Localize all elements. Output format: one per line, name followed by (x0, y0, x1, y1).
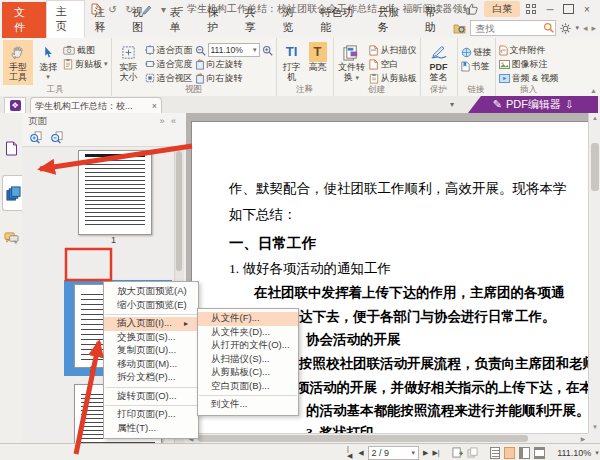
tab-list-dropdown-icon[interactable]: ▾ (450, 100, 454, 109)
single-page-layout-icon[interactable] (490, 447, 501, 459)
zoom-out-icon[interactable] (195, 45, 206, 56)
blank-page-button[interactable]: 空白 (369, 57, 417, 71)
tab-comment[interactable]: 注释 (85, 2, 123, 38)
submenu-item-from-open-file[interactable]: 从打开的文件(O)... (198, 339, 298, 353)
minimize-button[interactable]: ─ (543, 4, 557, 15)
tab-cloud[interactable]: 云服务 (368, 2, 415, 38)
start-page-tab[interactable]: ❖ (4, 97, 26, 114)
fit-page-button[interactable]: 适合页面 (145, 43, 193, 57)
menu-item-print-pages[interactable]: 打印页面(P)... (104, 408, 198, 422)
tab-home[interactable]: 主页 (46, 0, 86, 38)
menu-item-zoom-out-preview[interactable]: 缩小页面预览(E) (104, 299, 198, 313)
scroll-down-icon[interactable]: ▼ (589, 422, 600, 433)
actual-size-button[interactable]: 实际大小 (115, 40, 143, 85)
comments-panel-button[interactable] (2, 225, 21, 251)
ribbon-collapse-icon[interactable]: ▲ (590, 87, 597, 94)
thumbnail-zoom-out-icon[interactable] (50, 131, 63, 144)
fit-visible-icon (145, 73, 155, 83)
clipboard-dropdown-icon: ▾ (104, 60, 108, 68)
replace-page-status-icon[interactable] (467, 447, 478, 458)
gear-dropdown-icon[interactable]: ▾ (575, 24, 579, 32)
horizontal-scroll-thumb[interactable] (198, 435, 528, 442)
tab-protect[interactable]: 保护 (198, 2, 236, 38)
find-prev-icon[interactable]: ◂ (583, 23, 588, 33)
hand-tool-button[interactable]: 手型工具 (3, 40, 33, 85)
continuous-layout-icon[interactable] (504, 447, 515, 459)
first-page-button[interactable]: |◀ (347, 445, 354, 460)
select-tool-button[interactable]: 选择 ▾ (35, 40, 61, 85)
menu-item-copy-pages[interactable]: 复制页面(U)... (104, 344, 198, 358)
search-icon[interactable] (543, 22, 554, 33)
menu-item-swap-pages[interactable]: 交换页面(S)... (104, 331, 198, 345)
page-thumbnail-1[interactable] (78, 150, 152, 235)
account-button[interactable]: 白菜 (484, 1, 520, 17)
menu-item-rotate-pages[interactable]: 旋转页面(O)... (104, 390, 198, 404)
vertical-scroll-thumb[interactable] (591, 143, 599, 191)
pdf-editor-button[interactable]: ✎ PDF编辑器 ⇩ (468, 96, 598, 113)
submenu-item-blank-page[interactable]: 空白页面(B)... (198, 380, 298, 394)
split-layout-icon[interactable] (534, 447, 545, 459)
tab-form[interactable]: 表单 (161, 2, 199, 38)
pdf-sign-button[interactable]: PDF 签名 (424, 40, 454, 85)
typewriter-button[interactable]: TI 打字机 (280, 40, 304, 85)
like-icon[interactable] (466, 3, 478, 15)
scroll-up-icon[interactable]: ▲ (589, 113, 600, 124)
from-clipboard-button[interactable]: 从剪贴板 (369, 71, 417, 85)
tab-features[interactable]: 特色功能 (311, 2, 368, 38)
search-folder-icon[interactable] (453, 23, 466, 34)
tab-close-icon[interactable]: × (152, 101, 157, 111)
rotate-left-button[interactable]: 向左旋转 (195, 57, 273, 71)
menu-item-properties[interactable]: 属性(T)... (104, 422, 198, 436)
submenu-item-from-folder[interactable]: 从文件夹(D)... (198, 326, 298, 340)
submenu-item-from-clipboard[interactable]: 从剪贴板(C)... (198, 366, 298, 380)
highlight-button[interactable]: T 高亮 (306, 40, 330, 85)
menu-item-zoom-in-preview[interactable]: 放大页面预览(A) (104, 285, 198, 299)
zoom-in-icon[interactable] (262, 45, 273, 56)
snapshot-button[interactable]: 截图 (63, 43, 108, 57)
fit-visible-button[interactable]: 适合视区 (145, 71, 193, 85)
submenu-item-to-file[interactable]: 到文件... (198, 398, 298, 412)
page-number-1: 1 (111, 235, 116, 245)
find-next-icon[interactable]: ▸ (592, 23, 597, 33)
insert-page-status-icon[interactable] (452, 447, 463, 458)
menu-item-insert-pages[interactable]: 插入页面(I)... ▸ (104, 317, 198, 331)
previous-page-button[interactable]: ◀ (358, 449, 363, 457)
tab-browse[interactable]: 浏览 (273, 2, 311, 38)
thumbnail-zoom-in-icon[interactable] (29, 131, 42, 144)
last-page-button[interactable]: ▶| (432, 449, 439, 457)
link-button[interactable]: 链接 (461, 45, 492, 59)
file-convert-button[interactable]: 文件转换 ▾ (337, 40, 367, 85)
tab-share[interactable]: 共享 (236, 2, 274, 38)
next-page-button[interactable]: ▶ (423, 449, 428, 457)
find-input[interactable] (473, 21, 543, 35)
menu-item-move-pages[interactable]: 移动页面(M)... (104, 358, 198, 372)
submenu-item-from-scanner[interactable]: 从扫描仪(S)... (198, 353, 298, 367)
bookmark-button[interactable]: 书签 (461, 59, 492, 73)
file-attachment-button[interactable]: 文件附件 (499, 43, 559, 57)
page-number-box[interactable]: 2 / 9▾ (368, 446, 420, 460)
pages-panel-button[interactable] (2, 175, 23, 211)
audio-video-icon (499, 74, 510, 83)
tab-view[interactable]: 视图 (123, 2, 161, 38)
facing-layout-icon[interactable] (519, 447, 530, 459)
panel-dock-icons[interactable]: » « (159, 116, 186, 126)
restore-button[interactable] (563, 0, 574, 18)
tab-file[interactable]: 文件 (2, 2, 46, 38)
menu-item-split-document[interactable]: 拆分文档(P)... (104, 371, 198, 385)
close-button[interactable]: × (580, 4, 594, 15)
document-tab-active[interactable]: 学生机构工作总结：校... × (30, 97, 162, 114)
zoom-dropdown-icon[interactable]: ▾ (595, 449, 599, 457)
vertical-scrollbar[interactable]: ▲ ▼ (588, 113, 600, 433)
image-annotation-button[interactable]: 图像标注 (499, 57, 559, 71)
from-scanner-button[interactable]: 从扫描仪 (369, 43, 417, 57)
apps-grid-icon[interactable] (526, 4, 537, 15)
audio-video-button[interactable]: 音频 & 视频 (499, 71, 559, 85)
submenu-item-from-file[interactable]: 从文件(F)... (198, 312, 298, 326)
bookmarks-panel-button[interactable] (2, 135, 21, 161)
zoom-combo[interactable]: 111.10%▾ (208, 43, 260, 57)
rotate-right-button[interactable]: 向右旋转 (195, 71, 273, 85)
clipboard-button[interactable]: 剪贴板 ▾ (63, 57, 108, 71)
fit-width-button[interactable]: 适合宽度 (145, 57, 193, 71)
gear-icon[interactable] (560, 23, 571, 34)
tab-help[interactable]: 帮助 (416, 2, 454, 38)
